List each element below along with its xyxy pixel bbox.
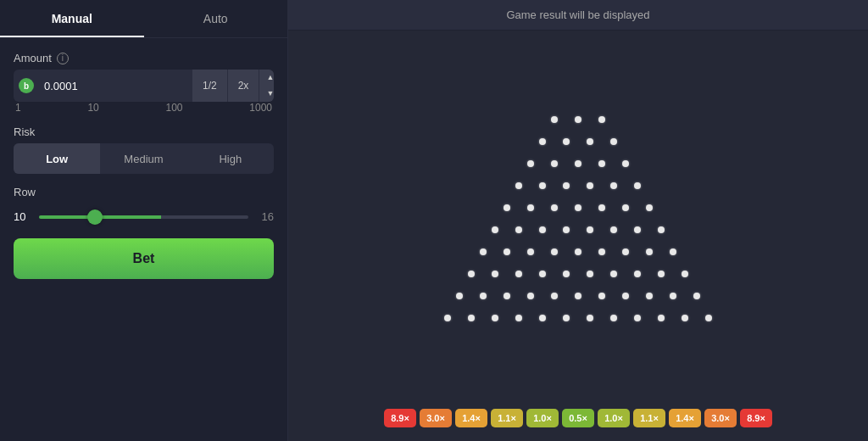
peg-dot [634,271,641,277]
peg-dot [587,271,593,277]
peg-dot [563,271,570,277]
peg-dot [551,204,558,211]
dot-row-6 [492,226,665,233]
plinko-board [444,116,712,321]
peg-dot [682,271,688,277]
peg-dot [515,182,522,189]
multiplier-box-4: 1.0× [526,409,559,427]
peg-dot [527,160,534,167]
peg-dot [610,271,617,277]
double-button[interactable]: 2x [227,70,259,102]
bet-button[interactable]: Bet [14,238,274,279]
peg-dot [575,116,581,123]
peg-dot [551,116,558,123]
row-slider-row: 10 16 [14,210,274,223]
peg-dot [646,293,653,299]
dot-row-3 [527,160,629,167]
multiplier-box-9: 3.0× [704,409,737,427]
peg-dot [670,248,676,255]
peg-dot [468,315,475,321]
peg-dot [492,226,498,233]
risk-high-button[interactable]: High [187,143,274,174]
amount-label-row: Amount i [14,52,274,64]
peg-dot [480,248,487,255]
peg-dot [658,226,665,233]
peg-dot [539,226,546,233]
dot-row-5 [504,204,653,211]
multiplier-box-10: 8.9× [740,409,772,427]
peg-dot [622,248,629,255]
multiplier-box-7: 1.1× [633,409,665,427]
peg-dot [539,271,546,277]
peg-dot [646,248,653,255]
right-panel: Game result will be displayed 8.9×3.0×1.… [288,0,868,441]
risk-label: Risk [14,126,35,138]
peg-dot [468,271,475,277]
row-current-value: 10 [14,210,31,223]
tab-manual[interactable]: Manual [0,0,144,37]
peg-dot [551,248,558,255]
quick-amounts-row: 1 10 100 1000 [14,102,274,114]
peg-dot [527,248,534,255]
quick-amount-100[interactable]: 100 [166,102,183,114]
quick-amount-10[interactable]: 10 [87,102,98,114]
quick-amount-1000[interactable]: 1000 [249,102,272,114]
amount-input[interactable] [39,80,192,92]
peg-dot [610,315,617,321]
risk-medium-button[interactable]: Medium [100,143,186,174]
peg-dot [563,226,570,233]
panel-content: Amount i b 1/2 2x ▲ ▼ 1 10 100 1000 [0,38,287,293]
risk-label-row: Risk [14,126,274,138]
amount-info-icon[interactable]: i [57,53,69,64]
peg-dot [575,160,581,167]
row-section: Row 10 16 [14,186,274,223]
peg-dot [705,315,712,321]
game-result-bar: Game result will be displayed [288,0,868,31]
peg-dot [598,116,605,123]
peg-dot [598,293,605,299]
peg-dot [598,160,605,167]
peg-dot [492,315,498,321]
risk-section: Risk Low Medium High [14,126,274,174]
peg-dot [563,315,570,321]
multiplier-box-1: 3.0× [420,409,452,427]
peg-dot [515,226,522,233]
peg-dot [504,248,510,255]
amount-up-button[interactable]: ▲ [259,70,274,86]
peg-dot [634,315,641,321]
peg-dot [622,293,629,299]
peg-dot [527,293,534,299]
multiplier-box-0: 8.9× [384,409,416,427]
peg-dot [444,315,451,321]
peg-dot [575,248,581,255]
tab-auto[interactable]: Auto [144,0,288,37]
peg-dot [539,315,546,321]
row-label: Row [14,186,36,198]
peg-dot [682,315,688,321]
peg-dot [551,293,558,299]
peg-dot [587,315,593,321]
currency-icon: b [14,78,39,93]
row-slider[interactable] [39,215,248,219]
half-button[interactable]: 1/2 [192,70,227,102]
peg-dot [598,248,605,255]
peg-dot [598,204,605,211]
quick-amount-1[interactable]: 1 [15,102,21,114]
peg-dot [539,138,546,145]
peg-dot [587,182,593,189]
peg-dot [658,315,665,321]
peg-dot [575,204,581,211]
peg-dot [670,293,676,299]
peg-dot [504,293,510,299]
peg-dot [622,160,629,167]
peg-dot [515,271,522,277]
risk-low-button[interactable]: Low [14,143,100,174]
peg-dot [646,204,653,211]
peg-dot [610,182,617,189]
b-logo: b [19,78,34,93]
amount-down-button[interactable]: ▼ [259,86,274,102]
dot-row-8 [468,271,688,277]
multiplier-box-3: 1.1× [491,409,523,427]
peg-dot [610,226,617,233]
multiplier-box-6: 1.0× [598,409,630,427]
